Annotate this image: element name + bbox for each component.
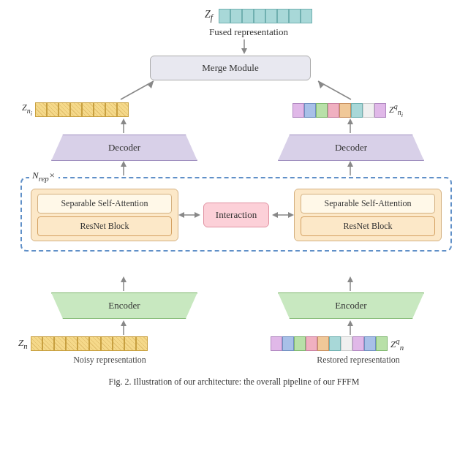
left-arrow-interaction <box>178 209 200 221</box>
diagram-container: Zf Fused representation Merge Module <box>0 0 468 476</box>
z-n-label: Zn <box>18 337 28 350</box>
svg-marker-13 <box>347 161 353 167</box>
svg-line-4 <box>318 81 351 99</box>
decoder-right-label: Decoder <box>278 135 424 161</box>
restored-rep-label: Restored representation <box>271 354 446 366</box>
interaction-box: Interaction <box>203 203 269 227</box>
z-ni-tensor <box>35 102 129 117</box>
z-ni-q-section: Zqni <box>292 102 403 118</box>
z-n-q-section: Zqn <box>271 336 404 352</box>
z-ni-left-section: Zni <box>22 102 129 117</box>
encoder-right-label: Encoder <box>278 292 424 319</box>
full-layout: Zf Fused representation Merge Module <box>7 7 461 454</box>
svg-marker-19 <box>288 212 294 218</box>
dashed-interaction-container: Nrep× Separable Self-Attention ResNet Bl… <box>20 177 452 252</box>
z-f-tensor <box>219 9 312 23</box>
svg-marker-18 <box>272 212 278 218</box>
decoder-left-label: Decoder <box>51 135 197 161</box>
svg-marker-16 <box>195 212 200 218</box>
z-n-section: Zn <box>18 336 148 351</box>
right-resnet-box: ResNet Block <box>301 216 435 236</box>
dashed-inner-row: Separable Self-Attention ResNet Block In… <box>31 189 442 241</box>
z-n-tensor <box>31 336 148 351</box>
svg-marker-27 <box>347 320 353 326</box>
z-ni-label: Zni <box>22 102 32 116</box>
nrep-label: Nrep× <box>29 170 58 183</box>
z-ni-q-label: Zqni <box>389 102 403 118</box>
right-arrow-interaction <box>272 209 294 221</box>
encoder-left-label: Encoder <box>51 292 197 319</box>
svg-marker-11 <box>121 161 127 167</box>
merge-module-label: Merge Module <box>150 56 311 80</box>
z-f-label: Zf <box>205 9 213 23</box>
right-inner-block: Separable Self-Attention ResNet Block <box>294 189 442 241</box>
svg-marker-15 <box>178 212 184 218</box>
encoder-left-box: Encoder <box>51 292 197 319</box>
z-f-section: Zf <box>205 9 312 24</box>
decoder-left-box: Decoder <box>51 135 197 161</box>
interaction-section: Interaction <box>178 203 294 227</box>
left-inner-block: Separable Self-Attention ResNet Block <box>31 189 178 241</box>
merge-module-box: Merge Module <box>150 56 311 80</box>
z-n-q-label: Zqn <box>390 336 404 352</box>
z-ni-q-tensor <box>292 103 386 118</box>
svg-marker-23 <box>347 276 353 282</box>
right-attention-box: Separable Self-Attention <box>301 194 435 214</box>
z-n-q-tensor <box>271 336 388 351</box>
z-f-row: Zf <box>205 9 312 24</box>
noisy-rep-label: Noisy representation <box>37 354 183 366</box>
svg-marker-7 <box>121 118 127 124</box>
svg-marker-1 <box>241 48 247 54</box>
svg-marker-9 <box>347 118 353 124</box>
encoder-right-box: Encoder <box>278 292 424 319</box>
decoder-right-box: Decoder <box>278 135 424 161</box>
left-attention-box: Separable Self-Attention <box>37 194 172 214</box>
svg-marker-21 <box>121 276 127 282</box>
fused-representation-label: Fused representation <box>190 26 307 38</box>
svg-line-2 <box>121 81 154 99</box>
figure-caption: Fig. 2. Illustration of our architecture… <box>7 376 461 388</box>
left-resnet-box: ResNet Block <box>37 216 172 236</box>
svg-marker-25 <box>121 320 127 326</box>
